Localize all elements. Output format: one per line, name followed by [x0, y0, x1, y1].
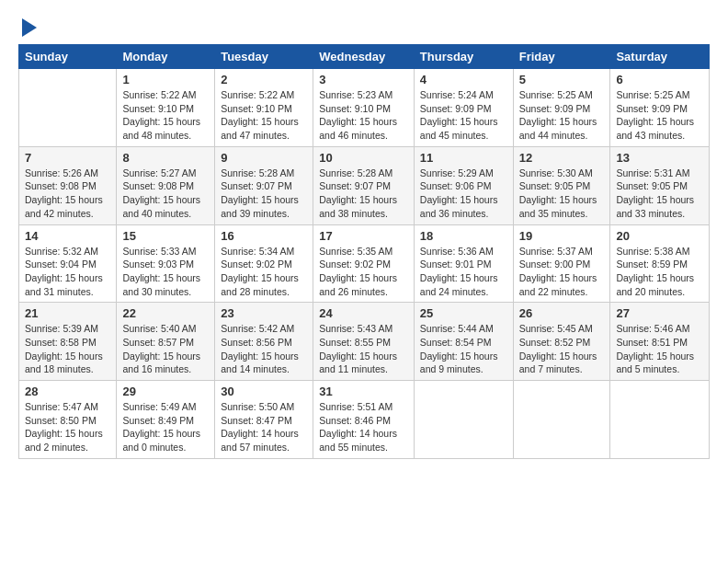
calendar-cell [513, 381, 610, 459]
calendar-cell: 8Sunrise: 5:27 AMSunset: 9:08 PMDaylight… [117, 146, 215, 224]
col-header-monday: Monday [117, 45, 215, 69]
cell-info: Sunrise: 5:35 AMSunset: 9:02 PMDaylight:… [319, 245, 408, 299]
calendar-cell: 3Sunrise: 5:23 AMSunset: 9:10 PMDaylight… [313, 69, 415, 147]
calendar-cell: 23Sunrise: 5:42 AMSunset: 8:56 PMDayligh… [215, 303, 313, 381]
day-number: 25 [420, 306, 507, 320]
cell-info: Sunrise: 5:22 AMSunset: 9:10 PMDaylight:… [221, 88, 307, 143]
cell-info: Sunrise: 5:44 AMSunset: 8:54 PMDaylight:… [420, 322, 507, 376]
cell-info: Sunrise: 5:49 AMSunset: 8:49 PMDaylight:… [122, 400, 209, 454]
day-number: 9 [221, 151, 307, 165]
calendar-cell: 18Sunrise: 5:36 AMSunset: 9:01 PMDayligh… [414, 224, 513, 303]
col-header-tuesday: Tuesday [215, 45, 313, 69]
cell-info: Sunrise: 5:24 AMSunset: 9:09 PMDaylight:… [420, 88, 507, 143]
day-number: 3 [319, 73, 408, 86]
logo-arrow-icon [22, 18, 37, 37]
col-header-thursday: Thursday [414, 45, 513, 69]
calendar-cell: 4Sunrise: 5:24 AMSunset: 9:09 PMDaylight… [414, 69, 513, 147]
cell-info: Sunrise: 5:51 AMSunset: 8:46 PMDaylight:… [319, 400, 408, 454]
calendar-week-2: 7Sunrise: 5:26 AMSunset: 9:08 PMDaylight… [19, 146, 710, 224]
cell-info: Sunrise: 5:23 AMSunset: 9:10 PMDaylight:… [319, 88, 408, 143]
calendar-cell: 13Sunrise: 5:31 AMSunset: 9:05 PMDayligh… [610, 146, 710, 224]
calendar-cell: 5Sunrise: 5:25 AMSunset: 9:09 PMDaylight… [513, 69, 610, 147]
calendar-week-3: 14Sunrise: 5:32 AMSunset: 9:04 PMDayligh… [19, 224, 710, 303]
day-number: 5 [519, 73, 605, 86]
day-number: 31 [319, 385, 408, 398]
cell-info: Sunrise: 5:38 AMSunset: 8:59 PMDaylight:… [616, 245, 703, 299]
calendar-cell: 25Sunrise: 5:44 AMSunset: 8:54 PMDayligh… [414, 303, 513, 381]
cell-info: Sunrise: 5:28 AMSunset: 9:07 PMDaylight:… [319, 167, 408, 221]
day-number: 27 [616, 306, 703, 320]
day-number: 28 [25, 385, 110, 398]
day-number: 16 [221, 229, 307, 243]
day-number: 13 [616, 151, 703, 165]
page-container: SundayMondayTuesdayWednesdayThursdayFrid… [0, 0, 728, 468]
calendar-cell: 24Sunrise: 5:43 AMSunset: 8:55 PMDayligh… [313, 303, 415, 381]
calendar-cell: 20Sunrise: 5:38 AMSunset: 8:59 PMDayligh… [610, 224, 710, 303]
day-number: 21 [25, 306, 110, 320]
calendar-cell [19, 69, 117, 147]
day-number: 19 [519, 229, 605, 243]
cell-info: Sunrise: 5:37 AMSunset: 9:00 PMDaylight:… [519, 245, 605, 299]
calendar-header: SundayMondayTuesdayWednesdayThursdayFrid… [19, 45, 710, 69]
cell-info: Sunrise: 5:30 AMSunset: 9:05 PMDaylight:… [519, 167, 605, 221]
cell-info: Sunrise: 5:42 AMSunset: 8:56 PMDaylight:… [221, 322, 307, 376]
calendar-cell: 11Sunrise: 5:29 AMSunset: 9:06 PMDayligh… [414, 146, 513, 224]
day-number: 8 [122, 151, 209, 165]
cell-info: Sunrise: 5:34 AMSunset: 9:02 PMDaylight:… [221, 245, 307, 299]
day-number: 23 [221, 306, 307, 320]
cell-info: Sunrise: 5:28 AMSunset: 9:07 PMDaylight:… [221, 167, 307, 221]
calendar-cell: 14Sunrise: 5:32 AMSunset: 9:04 PMDayligh… [19, 224, 117, 303]
day-number: 6 [616, 73, 703, 86]
cell-info: Sunrise: 5:40 AMSunset: 8:57 PMDaylight:… [122, 322, 209, 376]
cell-info: Sunrise: 5:32 AMSunset: 9:04 PMDaylight:… [25, 245, 110, 299]
logo [18, 17, 37, 37]
calendar-cell: 31Sunrise: 5:51 AMSunset: 8:46 PMDayligh… [313, 381, 415, 459]
calendar-table: SundayMondayTuesdayWednesdayThursdayFrid… [18, 44, 710, 459]
calendar-cell: 10Sunrise: 5:28 AMSunset: 9:07 PMDayligh… [313, 146, 415, 224]
calendar-cell: 27Sunrise: 5:46 AMSunset: 8:51 PMDayligh… [610, 303, 710, 381]
calendar-cell [414, 381, 513, 459]
calendar-cell: 22Sunrise: 5:40 AMSunset: 8:57 PMDayligh… [117, 303, 215, 381]
day-number: 29 [122, 385, 209, 398]
calendar-week-5: 28Sunrise: 5:47 AMSunset: 8:50 PMDayligh… [19, 381, 710, 459]
calendar-cell: 28Sunrise: 5:47 AMSunset: 8:50 PMDayligh… [19, 381, 117, 459]
day-number: 18 [420, 229, 507, 243]
day-number: 10 [319, 151, 408, 165]
col-header-sunday: Sunday [19, 45, 117, 69]
calendar-cell: 15Sunrise: 5:33 AMSunset: 9:03 PMDayligh… [117, 224, 215, 303]
cell-info: Sunrise: 5:29 AMSunset: 9:06 PMDaylight:… [420, 167, 507, 221]
day-number: 2 [221, 73, 307, 86]
cell-info: Sunrise: 5:45 AMSunset: 8:52 PMDaylight:… [519, 322, 605, 376]
day-number: 24 [319, 306, 408, 320]
day-number: 30 [221, 385, 307, 398]
cell-info: Sunrise: 5:36 AMSunset: 9:01 PMDaylight:… [420, 245, 507, 299]
cell-info: Sunrise: 5:39 AMSunset: 8:58 PMDaylight:… [25, 322, 110, 376]
col-header-saturday: Saturday [610, 45, 710, 69]
day-number: 12 [519, 151, 605, 165]
calendar-cell: 9Sunrise: 5:28 AMSunset: 9:07 PMDaylight… [215, 146, 313, 224]
cell-info: Sunrise: 5:50 AMSunset: 8:47 PMDaylight:… [221, 400, 307, 454]
day-number: 22 [122, 306, 209, 320]
calendar-week-4: 21Sunrise: 5:39 AMSunset: 8:58 PMDayligh… [19, 303, 710, 381]
calendar-cell: 6Sunrise: 5:25 AMSunset: 9:09 PMDaylight… [610, 69, 710, 147]
day-number: 4 [420, 73, 507, 86]
cell-info: Sunrise: 5:26 AMSunset: 9:08 PMDaylight:… [25, 167, 110, 221]
cell-info: Sunrise: 5:43 AMSunset: 8:55 PMDaylight:… [319, 322, 408, 376]
calendar-cell: 19Sunrise: 5:37 AMSunset: 9:00 PMDayligh… [513, 224, 610, 303]
cell-info: Sunrise: 5:25 AMSunset: 9:09 PMDaylight:… [519, 88, 605, 143]
calendar-cell: 29Sunrise: 5:49 AMSunset: 8:49 PMDayligh… [117, 381, 215, 459]
calendar-week-1: 1Sunrise: 5:22 AMSunset: 9:10 PMDaylight… [19, 69, 710, 147]
calendar-cell: 26Sunrise: 5:45 AMSunset: 8:52 PMDayligh… [513, 303, 610, 381]
day-number: 7 [25, 151, 110, 165]
day-number: 20 [616, 229, 703, 243]
calendar-cell [610, 381, 710, 459]
calendar-cell: 17Sunrise: 5:35 AMSunset: 9:02 PMDayligh… [313, 224, 415, 303]
calendar-cell: 12Sunrise: 5:30 AMSunset: 9:05 PMDayligh… [513, 146, 610, 224]
calendar-cell: 30Sunrise: 5:50 AMSunset: 8:47 PMDayligh… [215, 381, 313, 459]
header [18, 17, 710, 37]
cell-info: Sunrise: 5:33 AMSunset: 9:03 PMDaylight:… [122, 245, 209, 299]
day-number: 11 [420, 151, 507, 165]
calendar-cell: 21Sunrise: 5:39 AMSunset: 8:58 PMDayligh… [19, 303, 117, 381]
col-header-friday: Friday [513, 45, 610, 69]
day-number: 15 [122, 229, 209, 243]
